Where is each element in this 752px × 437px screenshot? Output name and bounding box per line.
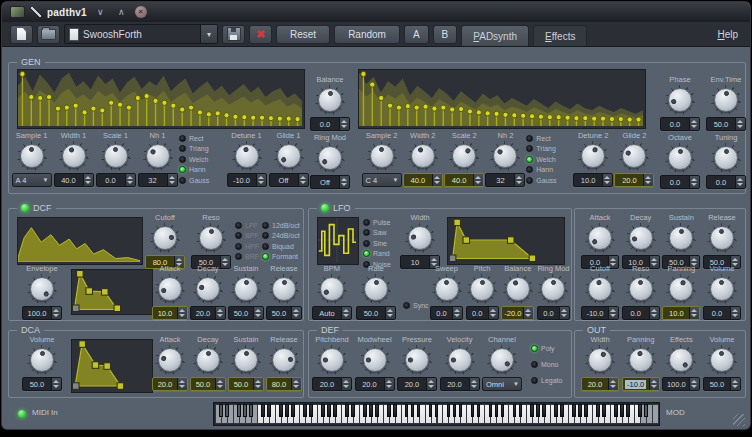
black-key[interactable] <box>584 404 588 417</box>
spin-arrows[interactable] <box>488 307 498 319</box>
spin-down-icon[interactable] <box>524 313 533 319</box>
effects-spinbox[interactable]: 100.0 <box>662 377 700 391</box>
spin-arrows[interactable] <box>730 307 740 319</box>
cutoff-knob[interactable] <box>585 274 615 304</box>
ring-mod-knob[interactable] <box>315 143 345 173</box>
spin-down-icon[interactable] <box>340 124 349 130</box>
envelope-spinbox[interactable]: 100.0 <box>22 306 62 320</box>
white-key[interactable] <box>652 404 659 424</box>
release-knob[interactable] <box>707 223 737 253</box>
velocity-knob[interactable] <box>445 345 475 375</box>
spin-arrows[interactable] <box>643 174 653 186</box>
hann-radio[interactable]: Hann <box>179 165 225 176</box>
black-key[interactable] <box>471 404 475 417</box>
spin-down-icon[interactable] <box>731 313 740 319</box>
spin-arrows[interactable] <box>215 378 225 390</box>
black-key[interactable] <box>638 404 642 417</box>
ring-mod-spinbox[interactable]: 0.0 <box>537 306 570 320</box>
triang-radio[interactable]: Triang <box>179 144 225 155</box>
sample-1-dropdown[interactable]: A 4▼ <box>12 173 52 187</box>
detune-2-spinbox[interactable]: 10.0 <box>573 173 613 187</box>
black-key[interactable] <box>459 404 463 417</box>
harmonics-display-1[interactable] <box>17 69 305 129</box>
black-key[interactable] <box>237 404 241 417</box>
black-key[interactable] <box>572 404 576 417</box>
reso-knob[interactable] <box>196 223 226 253</box>
spin-down-icon[interactable] <box>453 313 462 319</box>
black-key[interactable] <box>602 404 606 417</box>
spin-arrows[interactable] <box>649 378 659 390</box>
sample-2-knob[interactable] <box>367 141 397 171</box>
bpm-spinbox[interactable]: Auto <box>312 306 352 320</box>
octave-spinbox[interactable]: 0.0 <box>660 175 700 189</box>
volume-spinbox[interactable]: 50.0 <box>22 377 62 391</box>
spin-down-icon[interactable] <box>52 384 61 390</box>
width-1-spinbox[interactable]: 40.0 <box>54 173 94 187</box>
black-key[interactable] <box>369 404 373 417</box>
12db-oct-radio[interactable]: 12dB/oct <box>262 220 300 231</box>
spin-arrows[interactable] <box>735 118 745 130</box>
black-key[interactable] <box>429 404 433 417</box>
glide-2-knob[interactable] <box>619 141 649 171</box>
spin-down-icon[interactable] <box>292 313 301 319</box>
reso-knob[interactable] <box>626 274 656 304</box>
pitchbend-spinbox[interactable]: 20.0 <box>312 377 352 391</box>
nh-2-knob[interactable] <box>490 141 520 171</box>
lfo-led[interactable] <box>321 204 329 212</box>
spin-arrows[interactable] <box>469 378 479 390</box>
width-knob[interactable] <box>585 345 615 375</box>
spin-down-icon[interactable] <box>603 180 612 186</box>
spin-down-icon[interactable] <box>342 384 351 390</box>
black-key[interactable] <box>219 404 223 417</box>
black-key[interactable] <box>333 404 337 417</box>
spin-down-icon[interactable] <box>178 384 187 390</box>
release-knob[interactable] <box>269 274 299 304</box>
black-key[interactable] <box>243 404 247 417</box>
black-key[interactable] <box>327 404 331 417</box>
spin-down-icon[interactable] <box>427 384 436 390</box>
spin-down-icon[interactable] <box>257 180 266 186</box>
spin-arrows[interactable] <box>384 378 394 390</box>
spin-down-icon[interactable] <box>470 384 479 390</box>
spin-arrows[interactable] <box>177 378 187 390</box>
hann-radio[interactable]: Hann <box>526 165 572 176</box>
black-key[interactable] <box>519 404 523 417</box>
black-key[interactable] <box>267 404 271 417</box>
sample-2-dropdown[interactable]: C 4▼ <box>362 173 402 187</box>
spin-arrows[interactable] <box>339 176 349 188</box>
panning-knob[interactable] <box>666 274 696 304</box>
sample-1-knob[interactable] <box>17 141 47 171</box>
sync-radio[interactable]: Sync <box>403 300 429 311</box>
balance-spinbox[interactable]: -20.0 <box>501 306 534 320</box>
24db-oct-radio[interactable]: 24dB/oct <box>262 231 300 242</box>
triang-radio[interactable]: Triang <box>526 144 572 155</box>
formant-radio[interactable]: Formant <box>262 252 300 263</box>
black-key[interactable] <box>596 404 600 417</box>
biquad-radio[interactable]: Biquad <box>262 241 300 252</box>
reset-button[interactable]: Reset <box>276 25 330 44</box>
ring-mod-knob[interactable] <box>538 274 568 304</box>
spin-arrows[interactable] <box>432 174 442 186</box>
width-2-knob[interactable] <box>408 141 438 171</box>
black-key[interactable] <box>309 404 313 417</box>
volume-knob[interactable] <box>707 345 737 375</box>
scale-2-knob[interactable] <box>449 141 479 171</box>
release-spinbox[interactable]: 50.0 <box>266 306 302 320</box>
spin-down-icon[interactable] <box>736 124 745 130</box>
black-key[interactable] <box>644 404 648 417</box>
pulse-radio[interactable]: Pulse <box>363 217 391 228</box>
detune-1-knob[interactable] <box>232 141 262 171</box>
new-preset-button[interactable] <box>10 25 33 44</box>
black-key[interactable] <box>489 404 493 417</box>
black-key[interactable] <box>303 404 307 417</box>
nh-2-spinbox[interactable]: 32 <box>485 173 525 187</box>
mono-radio[interactable]: Mono <box>531 356 562 372</box>
sweep-knob[interactable] <box>432 274 462 304</box>
open-preset-button[interactable] <box>37 25 60 44</box>
rate-knob[interactable] <box>361 274 391 304</box>
spin-down-icon[interactable] <box>609 313 618 319</box>
spin-down-icon[interactable] <box>474 180 483 186</box>
spin-down-icon[interactable] <box>515 180 524 186</box>
black-key[interactable] <box>495 404 499 417</box>
pitchbend-knob[interactable] <box>317 345 347 375</box>
